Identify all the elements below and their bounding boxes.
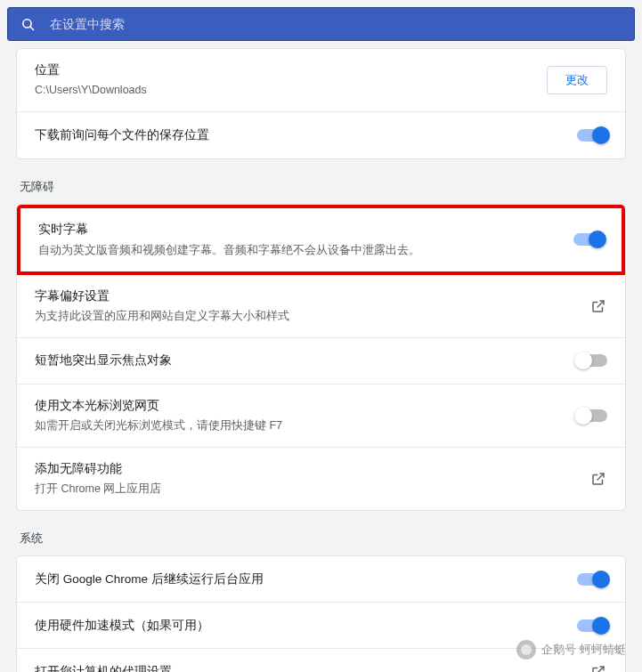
live-caption-title: 实时字幕	[38, 221, 573, 239]
change-button[interactable]: 更改	[547, 66, 607, 94]
live-caption-toggle[interactable]	[573, 233, 604, 246]
hardware-accel-row[interactable]: 使用硬件加速模式（如果可用）	[17, 603, 625, 649]
caret-browsing-row[interactable]: 使用文本光标浏览网页 如需开启或关闭光标浏览模式，请使用快捷键 F7	[17, 385, 625, 448]
accessibility-heading: 无障碍	[20, 179, 642, 195]
system-heading: 系统	[20, 530, 642, 547]
live-caption-row[interactable]: 实时字幕 自动为英文版音频和视频创建字幕。音频和字幕绝不会从设备中泄露出去。	[17, 205, 625, 274]
external-link-icon	[589, 470, 607, 488]
live-caption-sub: 自动为英文版音频和视频创建字幕。音频和字幕绝不会从设备中泄露出去。	[38, 241, 573, 259]
caption-preferences-title: 字幕偏好设置	[35, 287, 589, 305]
focus-highlight-title: 短暂地突出显示焦点对象	[35, 352, 577, 369]
caption-preferences-row[interactable]: 字幕偏好设置 为支持此设置的应用和网站自定义字幕大小和样式	[17, 275, 625, 338]
background-apps-title: 关闭 Google Chrome 后继续运行后台应用	[35, 571, 577, 588]
caret-browsing-toggle[interactable]	[577, 409, 607, 422]
svg-line-1	[30, 26, 34, 29]
hardware-accel-toggle[interactable]	[577, 619, 607, 632]
ask-before-download-toggle[interactable]	[577, 129, 607, 142]
focus-highlight-row[interactable]: 短暂地突出显示焦点对象	[17, 338, 625, 385]
downloads-section: 位置 C:\Users\Y\Downloads 更改 下载前询问每个文件的保存位…	[16, 48, 626, 159]
accessibility-section: 实时字幕 自动为英文版音频和视频创建字幕。音频和字幕绝不会从设备中泄露出去。 字…	[16, 204, 626, 511]
proxy-settings-row[interactable]: 打开您计算机的代理设置	[17, 649, 625, 672]
search-input[interactable]	[50, 17, 622, 31]
svg-point-0	[23, 19, 31, 27]
search-icon	[20, 17, 36, 32]
system-section: 关闭 Google Chrome 后继续运行后台应用 使用硬件加速模式（如果可用…	[16, 555, 626, 672]
external-link-icon	[589, 297, 607, 315]
accessibility-addons-title: 添加无障碍功能	[35, 460, 589, 478]
caret-browsing-title: 使用文本光标浏览网页	[35, 397, 577, 415]
focus-highlight-toggle[interactable]	[577, 354, 607, 367]
external-link-icon	[589, 663, 607, 672]
hardware-accel-title: 使用硬件加速模式（如果可用）	[35, 617, 577, 635]
settings-search-bar[interactable]	[7, 7, 635, 41]
accessibility-addons-row[interactable]: 添加无障碍功能 打开 Chrome 网上应用店	[17, 448, 625, 510]
download-location-path: C:\Users\Y\Downloads	[35, 81, 547, 99]
download-location-row[interactable]: 位置 C:\Users\Y\Downloads 更改	[17, 49, 625, 112]
ask-before-download-title: 下载前询问每个文件的保存位置	[35, 126, 577, 144]
ask-before-download-row[interactable]: 下载前询问每个文件的保存位置	[17, 112, 625, 158]
background-apps-row[interactable]: 关闭 Google Chrome 后继续运行后台应用	[17, 556, 625, 603]
accessibility-addons-sub: 打开 Chrome 网上应用店	[35, 480, 589, 498]
caret-browsing-sub: 如需开启或关闭光标浏览模式，请使用快捷键 F7	[35, 417, 577, 434]
download-location-title: 位置	[35, 61, 547, 79]
background-apps-toggle[interactable]	[577, 573, 607, 586]
proxy-settings-title: 打开您计算机的代理设置	[35, 663, 589, 672]
caption-preferences-sub: 为支持此设置的应用和网站自定义字幕大小和样式	[35, 307, 589, 325]
